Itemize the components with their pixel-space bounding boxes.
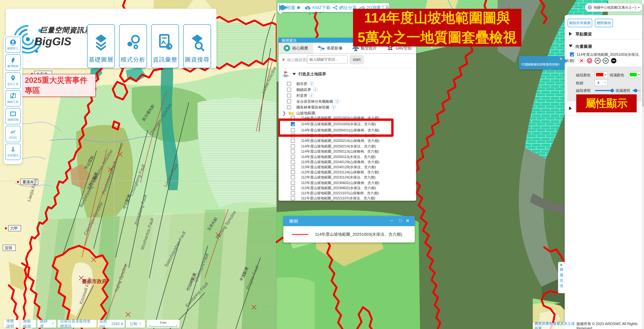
button-info-collection[interactable]: 資訊彙整 — [151, 24, 179, 68]
tab-core-layers[interactable]: 核心圖層 — [278, 43, 313, 53]
layer-item-national-forest[interactable]: 國有林事業區林班圖i — [278, 104, 416, 110]
topbar-collapse-notch[interactable] — [278, 12, 283, 14]
status-perf-button[interactable]: 效能檢測 — [20, 320, 36, 328]
button-model-analysis[interactable]: 模式分析 — [119, 24, 147, 68]
button-window-switch[interactable]: 視窗切換 — [5, 108, 21, 124]
delete-all-layers-button[interactable]: 刪除所有圖層 — [568, 19, 592, 27]
annotation-attribute-box: 屬性顯示 — [576, 94, 637, 112]
checkbox[interactable] — [291, 144, 295, 148]
legend-title: 圖例 — [289, 218, 298, 224]
right-sidebar: 刪除所有圖層 關閉圖例 單點圖資 向量圖層 114年度山坡地範圍_2025100… — [565, 15, 644, 329]
layer-tooltip: ✕ 可開關圖層與調整透明度喔!! — [519, 56, 565, 69]
single-point-section[interactable]: 單點圖資 — [565, 30, 644, 37]
legend-maximize-button[interactable]: □ — [399, 218, 402, 223]
layer-item-village[interactable]: 村里界i — [278, 93, 416, 98]
info-icon[interactable]: i — [335, 99, 340, 104]
layer-row[interactable]: 113年度山坡地範圍_20240129(水保法、含六都) — [278, 164, 416, 170]
info-icon[interactable]: i — [310, 82, 314, 86]
checkbox[interactable] — [291, 139, 295, 143]
layer-search-input[interactable] — [307, 55, 348, 63]
search-section-arrow[interactable] — [283, 58, 285, 61]
legend-close-button[interactable]: ✕ — [406, 218, 410, 224]
checkbox[interactable] — [287, 105, 291, 109]
status-unit-select[interactable]: 公制˅ — [126, 320, 145, 328]
button-map-search[interactable]: 圖資搜尋 — [183, 24, 211, 68]
checkbox[interactable] — [287, 99, 291, 103]
checkbox[interactable] — [291, 181, 295, 185]
taiwan-icon — [10, 57, 16, 63]
page-scrollbar[interactable] — [642, 0, 644, 329]
copyright-agency-link[interactable]: 農業部農村發展及水土保持署 — [534, 321, 575, 329]
style-layer-icon[interactable] — [587, 58, 592, 64]
layers-icon — [93, 34, 109, 51]
layer-row[interactable]: 112年度山坡地範圍_20230602(水保法、含六都) — [278, 185, 416, 191]
checkbox[interactable] — [291, 191, 295, 195]
checkbox[interactable] — [291, 170, 295, 174]
move-layer-down-icon[interactable] — [603, 58, 608, 64]
layer-row[interactable]: 114年度山坡地範圍_20250214(山保條例、含六都) — [278, 138, 416, 144]
info-icon[interactable]: i — [310, 93, 314, 98]
layer-row[interactable]: 114年度山坡地範圍_20250214(水保法、含六都) — [278, 143, 416, 149]
legend-minimize-button[interactable]: – — [390, 217, 393, 223]
checkbox[interactable] — [287, 88, 291, 92]
status-coordmode-select[interactable]: 經緯度˅ — [37, 320, 56, 328]
checkbox[interactable] — [291, 196, 295, 200]
info-icon[interactable]: i — [313, 87, 318, 92]
3d-rotate-icon: 3D — [10, 129, 16, 135]
tab-satellite[interactable]: 衛星影像 — [313, 43, 347, 53]
map-wrench-icon — [10, 93, 16, 99]
search-start-button[interactable]: start — [350, 55, 364, 64]
line-color-select[interactable]: ▾ — [595, 71, 608, 78]
document-icon — [157, 34, 173, 51]
line-width-select[interactable]: 4 ˅ — [595, 79, 608, 86]
checkbox[interactable] — [291, 149, 295, 153]
layer-item-forest-overview[interactable]: 全台保安林分布概略圖i — [278, 98, 416, 104]
button-base-layers[interactable]: 基礎圖層 — [87, 24, 115, 68]
layer-item-township[interactable]: 鄉鎮區界i — [278, 87, 416, 93]
line-opacity-slider[interactable] — [595, 90, 612, 91]
status-guide-button[interactable]: 導覽說明 — [4, 320, 20, 328]
layer-row[interactable]: 113年度山坡地範圍_20240129(山保條例、含六都) — [278, 159, 416, 165]
brand-subtitle: BigGIS — [34, 35, 71, 48]
collapsed-caret[interactable] — [569, 106, 572, 110]
button-taiwan-view[interactable]: 臺灣視角 — [5, 54, 21, 71]
checkbox[interactable] — [287, 93, 291, 98]
checkbox[interactable] — [287, 82, 291, 86]
collapse-layer-icon[interactable] — [611, 58, 617, 64]
map-type-dropdown[interactable]: 地礦中心地質圖(五萬分之一) ▾ — [585, 3, 642, 12]
button-login[interactable]: 帳號登入 — [5, 36, 21, 53]
checkbox[interactable] — [291, 160, 295, 164]
vector-layers-section[interactable]: 向量圖層 — [565, 43, 644, 50]
close-legend-button[interactable]: 關閉圖例 — [595, 19, 613, 27]
button-locate-tool[interactable]: 定位工具 — [5, 72, 21, 89]
layer-row[interactable]: 114年度山坡地範圍_20250113(水保法、含六都) — [278, 154, 416, 160]
layer-item-county[interactable]: 縣市界i — [278, 81, 416, 87]
category-admin-boundaries[interactable]: 行政及土地區界 — [278, 70, 416, 78]
fill-opacity-slider[interactable] — [633, 90, 641, 91]
layer-row[interactable]: 111年度山坡地範圍_20221107(山保條例、含六都) — [278, 190, 416, 196]
layer-row[interactable]: 114年度山坡地範圍_20250113(山保條例、含六都) — [278, 148, 416, 154]
layer-manage-tab[interactable]: 圖 層 管 理 — [558, 262, 565, 293]
move-layer-up-icon[interactable] — [595, 58, 600, 64]
annotation-title-box: 114年度山坡地範圍圖與 5萬分之一地質圖套疊檢視 — [353, 9, 521, 46]
layer-row[interactable]: 111年度山坡地範圍_20221107(水保法、含六都) — [278, 195, 416, 201]
layer-row[interactable]: 112年度山坡地範圍_20231124(山保條例、含六都) — [278, 169, 416, 175]
legend-line-sample — [292, 234, 308, 235]
vector-layer-checkbox[interactable] — [570, 52, 574, 56]
kmz-download-button[interactable]: KMZ下載 — [305, 5, 330, 11]
fill-color-select[interactable]: ▾ — [628, 71, 641, 78]
checkbox[interactable] — [291, 186, 295, 190]
checkbox[interactable] — [291, 155, 295, 159]
layer-row[interactable]: 112年度山坡地範圍_20230602(山保條例、含六都) — [278, 180, 416, 186]
left-window-toggle[interactable] — [279, 4, 280, 11]
left-toolbar: 帳號登入 臺灣視角 定位工具 輔助工具 視窗切換 3D 2D/3D 街景模式 — [4, 35, 22, 164]
button-aux-tools[interactable]: 輔助工具 — [5, 90, 21, 106]
info-icon[interactable]: i — [331, 105, 336, 109]
button-street-view[interactable]: 街景模式 — [5, 144, 21, 160]
remove-layer-icon[interactable] — [578, 58, 584, 64]
layer-row[interactable]: 112年度山坡地範圍_20231124(水保法、含六都) — [278, 174, 416, 180]
tooltip-close-icon[interactable]: ✕ — [560, 57, 562, 61]
button-2d3d[interactable]: 3D 2D/3D — [5, 126, 21, 142]
checkbox[interactable] — [291, 175, 295, 179]
checkbox[interactable] — [291, 165, 295, 169]
